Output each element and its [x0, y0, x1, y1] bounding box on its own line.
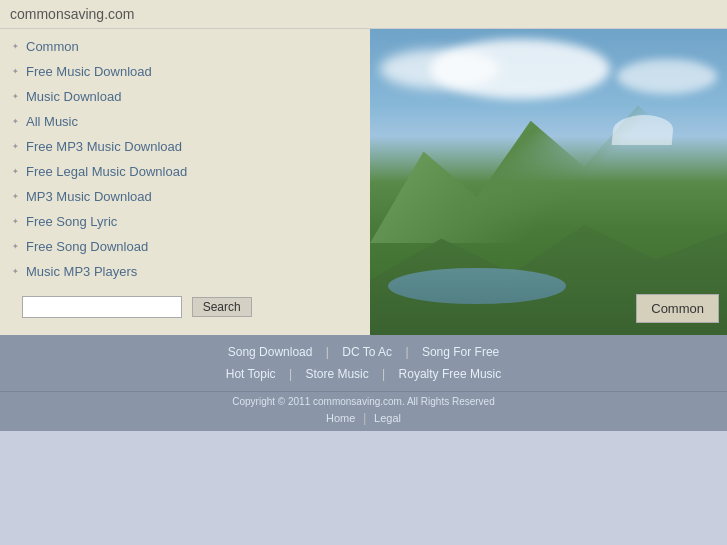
separator: |	[326, 345, 329, 359]
link-row-2: Hot Topic | Store Music | Royalty Free M…	[0, 363, 727, 385]
separator: |	[405, 345, 408, 359]
sidebar-item-music-mp3-players[interactable]: Music MP3 Players	[0, 259, 370, 284]
image-area: Common	[370, 29, 727, 335]
search-area: Search	[0, 284, 370, 330]
main-layout: Common Free Music Download Music Downloa…	[0, 29, 727, 335]
bullet-icon	[8, 192, 22, 201]
link-dc-to-ac[interactable]: DC To Ac	[342, 345, 392, 359]
bullet-icon	[8, 242, 22, 251]
footer-link-legal[interactable]: Legal	[374, 412, 401, 424]
link-store-music[interactable]: Store Music	[305, 367, 368, 381]
link-song-for-free[interactable]: Song For Free	[422, 345, 499, 359]
link-royalty-free-music[interactable]: Royalty Free Music	[399, 367, 502, 381]
bullet-icon	[8, 142, 22, 151]
sidebar: Common Free Music Download Music Downloa…	[0, 29, 370, 335]
sidebar-item-free-mp3-music-download[interactable]: Free MP3 Music Download	[0, 134, 370, 159]
separator: |	[289, 367, 292, 381]
bullet-icon	[8, 117, 22, 126]
footer-link-home[interactable]: Home	[326, 412, 355, 424]
search-input[interactable]	[22, 296, 182, 318]
common-overlay-button[interactable]: Common	[636, 294, 719, 323]
bottom-links: Song Download | DC To Ac | Song For Free…	[0, 335, 727, 391]
sidebar-item-free-song-lyric[interactable]: Free Song Lyric	[0, 209, 370, 234]
bullet-icon	[8, 92, 22, 101]
sidebar-item-all-music[interactable]: All Music	[0, 109, 370, 134]
site-title: commonsaving.com	[10, 6, 135, 22]
separator: |	[382, 367, 385, 381]
site-header: commonsaving.com	[0, 0, 727, 29]
footer-links: Home | Legal	[0, 410, 727, 425]
bullet-icon	[8, 267, 22, 276]
bullet-icon	[8, 42, 22, 51]
bullet-icon	[8, 67, 22, 76]
sidebar-item-mp3-music-download[interactable]: MP3 Music Download	[0, 184, 370, 209]
search-button[interactable]: Search	[192, 297, 252, 317]
snow-cap	[612, 115, 675, 145]
pipe-separator: |	[363, 410, 366, 425]
link-row-1: Song Download | DC To Ac | Song For Free	[0, 341, 727, 363]
bullet-icon	[8, 217, 22, 226]
sidebar-item-free-song-download[interactable]: Free Song Download	[0, 234, 370, 259]
lake	[388, 268, 567, 305]
link-song-download[interactable]: Song Download	[228, 345, 313, 359]
link-hot-topic[interactable]: Hot Topic	[226, 367, 276, 381]
copyright-text: Copyright © 2011 commonsaving.com. All R…	[0, 396, 727, 407]
sidebar-item-free-legal-music-download[interactable]: Free Legal Music Download	[0, 159, 370, 184]
footer: Copyright © 2011 commonsaving.com. All R…	[0, 391, 727, 431]
sidebar-item-free-music-download[interactable]: Free Music Download	[0, 59, 370, 84]
sidebar-item-music-download[interactable]: Music Download	[0, 84, 370, 109]
sidebar-item-common[interactable]: Common	[0, 34, 370, 59]
mountain-back	[370, 90, 727, 243]
cloud-decoration	[430, 39, 610, 99]
cloud-decoration	[617, 59, 717, 94]
landscape-image	[370, 29, 727, 335]
bullet-icon	[8, 167, 22, 176]
